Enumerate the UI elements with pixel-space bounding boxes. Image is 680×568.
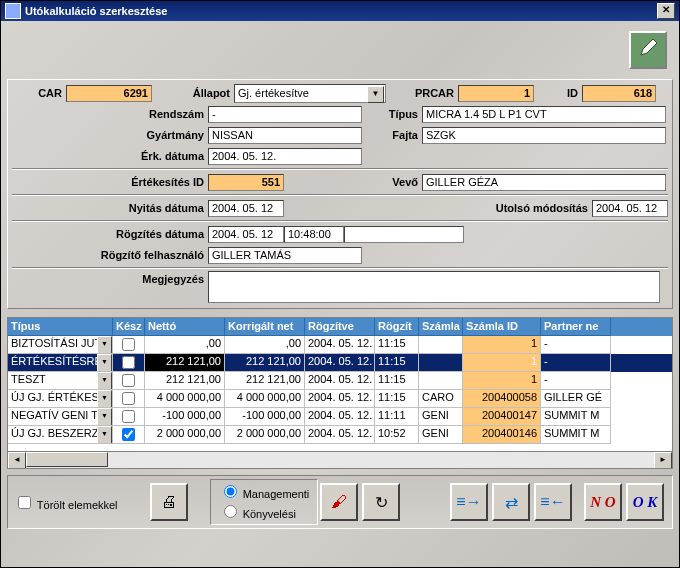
rogzfelh-field[interactable]: GILLER TAMÁS xyxy=(208,247,362,264)
table-row[interactable]: ÚJ GJ. BESZERZ2 000 000,002 000 000,0020… xyxy=(8,426,672,444)
radio-group: Managementi Könyvelési xyxy=(210,479,319,525)
brush-button[interactable]: 🖌 xyxy=(320,483,358,521)
brush-icon: 🖌 xyxy=(331,493,347,511)
allapot-select[interactable]: Gj. értékesítve xyxy=(234,84,386,103)
sort1-button[interactable]: ≡→ xyxy=(450,483,488,521)
cell-rogi: 11:15 xyxy=(375,372,419,390)
table-row[interactable]: ÉRTÉKESÍTÉSRE212 121,00212 121,002004. 0… xyxy=(8,354,672,372)
cell-rogd: 2004. 05. 12. xyxy=(305,354,375,372)
close-button[interactable]: ✕ xyxy=(657,3,675,19)
car-field[interactable]: 6291 xyxy=(66,85,152,102)
cell-partner: GILLER GÉ xyxy=(541,390,611,408)
utolso-label: Utolsó módosítás xyxy=(496,202,592,214)
cell-korr: ,00 xyxy=(225,336,305,354)
cell-rogi: 11:15 xyxy=(375,336,419,354)
col-tipus[interactable]: Típus xyxy=(8,318,113,336)
app-icon xyxy=(5,3,21,19)
cell-korr: -100 000,00 xyxy=(225,408,305,426)
tipus-label: Típus xyxy=(362,108,422,120)
col-rogzitve[interactable]: Rögzítve xyxy=(305,318,375,336)
table-row[interactable]: BIZTOSÍTÁSI JUTA,00,002004. 05. 12.11:15… xyxy=(8,336,672,354)
cell-tipus[interactable]: BIZTOSÍTÁSI JUTA xyxy=(8,336,113,354)
cell-rogd: 2004. 05. 12. xyxy=(305,408,375,426)
cell-tipus[interactable]: NEGATÍV GENI TE xyxy=(8,408,113,426)
torolt-checkbox[interactable]: Törölt elemekkel xyxy=(14,493,118,512)
fajta-label: Fajta xyxy=(362,129,422,141)
cell-tipus[interactable]: ÚJ GJ. BESZERZ xyxy=(8,426,113,444)
cell-szamla xyxy=(419,354,463,372)
col-szamlaid[interactable]: Számla ID xyxy=(463,318,541,336)
prcar-label: PRCAR xyxy=(386,87,458,99)
header-panel: CAR 6291 Állapot Gj. értékesítve PRCAR 1… xyxy=(7,79,673,309)
gyartmany-field[interactable]: NISSAN xyxy=(208,127,362,144)
col-partner[interactable]: Partner ne xyxy=(541,318,611,336)
cell-szamla xyxy=(419,372,463,390)
cell-korr: 212 121,00 xyxy=(225,372,305,390)
rendszam-field[interactable]: - xyxy=(208,106,362,123)
rogz-extra-field[interactable] xyxy=(344,226,464,243)
cell-netto: 4 000 000,00 xyxy=(145,390,225,408)
table-row[interactable]: NEGATÍV GENI TE-100 000,00-100 000,00200… xyxy=(8,408,672,426)
fajta-field[interactable]: SZGK xyxy=(422,127,666,144)
rogzfelh-label: Rögzítő felhasználó xyxy=(12,249,208,261)
cell-tipus[interactable]: TESZT xyxy=(8,372,113,390)
col-szamla[interactable]: Számla xyxy=(419,318,463,336)
ok-button[interactable]: O K xyxy=(626,483,664,521)
grid-hscroll[interactable]: ◄ ► xyxy=(8,451,672,468)
cell-szamla xyxy=(419,336,463,354)
cell-kesz[interactable] xyxy=(113,390,145,408)
cell-kesz[interactable] xyxy=(113,372,145,390)
table-row[interactable]: ÚJ GJ. ÉRTÉKES4 000 000,004 000 000,0020… xyxy=(8,390,672,408)
rogzido-field[interactable]: 10:48:00 xyxy=(284,226,344,243)
cell-partner: SUMMIT M xyxy=(541,426,611,444)
cell-szid: 1 xyxy=(463,354,541,372)
cell-tipus[interactable]: ÉRTÉKESÍTÉSRE xyxy=(8,354,113,372)
cell-partner: - xyxy=(541,336,611,354)
footer: Törölt elemekkel 🖨 Managementi Könyvelés… xyxy=(7,475,673,529)
radio-konyvelesi[interactable]: Könyvelési xyxy=(219,502,310,522)
sort3-button[interactable]: ≡← xyxy=(534,483,572,521)
radio-management[interactable]: Managementi xyxy=(219,482,310,502)
erkdat-field[interactable]: 2004. 05. 12. xyxy=(208,148,362,165)
cell-kesz[interactable] xyxy=(113,408,145,426)
col-kesz[interactable]: Kész xyxy=(113,318,145,336)
cell-szid: 200400146 xyxy=(463,426,541,444)
cell-rogd: 2004. 05. 12. xyxy=(305,426,375,444)
vevo-field[interactable]: GILLER GÉZA xyxy=(422,174,666,191)
print-button[interactable]: 🖨 xyxy=(150,483,188,521)
no-button[interactable]: N O xyxy=(584,483,622,521)
scroll-thumb[interactable] xyxy=(26,452,108,467)
cell-kesz[interactable] xyxy=(113,354,145,372)
col-netto[interactable]: Nettó xyxy=(145,318,225,336)
nyitas-field[interactable]: 2004. 05. 12 xyxy=(208,200,284,217)
cell-tipus[interactable]: ÚJ GJ. ÉRTÉKES xyxy=(8,390,113,408)
scroll-right-icon[interactable]: ► xyxy=(654,452,672,469)
id-field[interactable]: 618 xyxy=(582,85,656,102)
col-korr[interactable]: Korrigált net xyxy=(225,318,305,336)
rogzdat-field[interactable]: 2004. 05. 12 xyxy=(208,226,284,243)
utolso-field[interactable]: 2004. 05. 12 xyxy=(592,200,668,217)
edit-button[interactable] xyxy=(629,31,667,69)
nyitas-label: Nyitás dátuma xyxy=(12,202,208,214)
cell-rogi: 11:15 xyxy=(375,354,419,372)
megj-label: Megjegyzés xyxy=(12,271,208,285)
erkdat-label: Érk. dátuma xyxy=(12,150,208,162)
sort2-button[interactable]: ⇄ xyxy=(492,483,530,521)
cell-rogd: 2004. 05. 12. xyxy=(305,336,375,354)
cell-rogd: 2004. 05. 12. xyxy=(305,390,375,408)
cell-kesz[interactable] xyxy=(113,426,145,444)
megj-field[interactable] xyxy=(208,271,660,303)
cell-szamla: CARO xyxy=(419,390,463,408)
table-row[interactable]: TESZT212 121,00212 121,002004. 05. 12.11… xyxy=(8,372,672,390)
refresh-button[interactable]: ↻ xyxy=(362,483,400,521)
refresh-icon: ↻ xyxy=(375,493,388,512)
cell-kesz[interactable] xyxy=(113,336,145,354)
col-rogzit[interactable]: Rögzít xyxy=(375,318,419,336)
grid: Típus Kész Nettó Korrigált net Rögzítve … xyxy=(7,317,673,469)
scroll-left-icon[interactable]: ◄ xyxy=(8,452,26,469)
pencil-icon xyxy=(637,37,659,59)
cell-netto: 212 121,00 xyxy=(145,372,225,390)
tipus-field[interactable]: MICRA 1.4 5D L P1 CVT xyxy=(422,106,666,123)
ertid-field[interactable]: 551 xyxy=(208,174,284,191)
prcar-field[interactable]: 1 xyxy=(458,85,534,102)
